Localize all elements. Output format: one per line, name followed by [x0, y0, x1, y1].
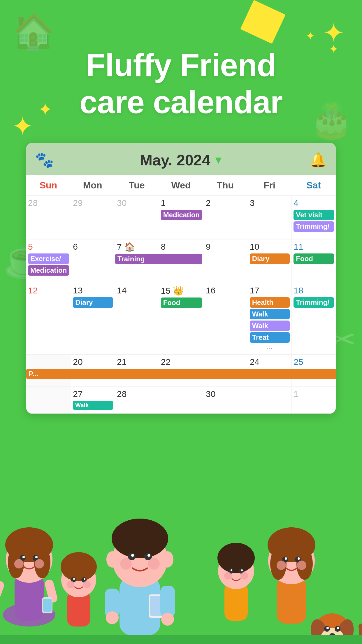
svg-point-34: [120, 558, 132, 570]
svg-point-22: [84, 578, 85, 580]
app-title: Fluffy Friend care calendar: [0, 47, 362, 120]
calendar-cell-may18[interactable]: 18 Trimming/: [292, 283, 336, 355]
calendar-cell-may6[interactable]: 6: [71, 239, 115, 283]
svg-point-23: [67, 581, 74, 588]
calendar-cell-jun1[interactable]: 1: [292, 387, 336, 414]
svg-point-48: [241, 569, 243, 571]
calendar-cell-apr29[interactable]: 29: [71, 196, 115, 239]
svg-point-58: [285, 557, 287, 560]
character-center-dad: [105, 519, 175, 635]
event-trimming-may18[interactable]: Trimming/: [294, 297, 334, 308]
event-vetvisit-may4[interactable]: Vet visit: [294, 210, 334, 220]
date-apr30: 30: [117, 198, 157, 208]
event-trimming-may4[interactable]: Trimming/: [294, 221, 334, 232]
date-may20: 20: [73, 357, 113, 367]
calendar-cell-may27[interactable]: 27 Walk: [71, 387, 115, 414]
calendar-cell-may2[interactable]: 2: [204, 196, 248, 239]
svg-point-33: [147, 554, 150, 557]
calendar-cell-may12[interactable]: 12: [26, 283, 71, 355]
date-may3: 3: [250, 198, 290, 208]
date-may28: 28: [117, 389, 157, 399]
calendar-cell-may9[interactable]: 9: [204, 239, 248, 283]
date-may27: 27: [73, 389, 113, 399]
month-dropdown-arrow[interactable]: ▼: [213, 154, 224, 166]
calendar-cell-may17[interactable]: 17 Health Walk Walk Treat ···: [248, 283, 292, 355]
event-diary-may10[interactable]: Diary: [250, 253, 290, 264]
svg-rect-12: [0, 580, 5, 605]
event-food-may11[interactable]: Food: [294, 253, 334, 264]
date-may6: 6: [73, 242, 113, 252]
event-food-may15[interactable]: Food: [161, 298, 202, 308]
sparkle-icon-3: ✦: [323, 18, 345, 48]
event-exercise-may5[interactable]: Exercise/: [28, 253, 69, 264]
calendar-cell-may5[interactable]: 5 Exercise/ Medication: [26, 239, 71, 283]
title-section: Fluffy Friend care calendar: [0, 47, 362, 120]
date-apr28: 28: [28, 198, 69, 208]
calendar-cell-may21[interactable]: 21 P...: [115, 355, 159, 387]
event-p-may21[interactable]: P...: [26, 369, 336, 379]
title-line1: Fluffy Friend: [86, 47, 276, 83]
event-medication-may1[interactable]: Medication: [161, 210, 202, 220]
calendar-cell-may14[interactable]: 14: [115, 283, 159, 355]
date-may14: 14: [117, 286, 157, 295]
svg-point-21: [73, 578, 75, 580]
svg-point-49: [224, 572, 232, 580]
calendar-header: 🐾 May. 2024 ▼ 🔔: [26, 143, 336, 175]
calendar-cell-may15[interactable]: 15 👑 Food: [159, 283, 204, 355]
date-may4: 4: [294, 198, 334, 208]
event-walk-may27[interactable]: Walk: [73, 401, 113, 410]
date-may22: 22: [161, 357, 202, 367]
calendar-cell-may3[interactable]: 3: [248, 196, 292, 239]
event-training-may7[interactable]: Training: [115, 254, 202, 264]
svg-point-27: [112, 519, 168, 558]
date-may24: 24: [250, 357, 290, 367]
date-may17: 17: [250, 286, 290, 295]
sticky-note-decoration: [240, 0, 285, 44]
svg-point-35: [148, 558, 160, 570]
title-line2: care calendar: [80, 84, 282, 120]
calendar-cell-may16[interactable]: 16: [204, 283, 248, 355]
calendar-cell-may30[interactable]: 30: [204, 387, 248, 414]
svg-point-29: [162, 551, 173, 568]
svg-point-59: [298, 557, 300, 560]
calendar-cell-may31[interactable]: [248, 387, 292, 414]
event-walk2-may17[interactable]: Walk: [250, 321, 290, 331]
date-may12: 12: [28, 286, 69, 295]
calendar-cell-may4[interactable]: 4 Vet visit Trimming/: [292, 196, 336, 239]
family-illustration: [0, 405, 362, 644]
calendar-cell-apr30[interactable]: 30: [115, 196, 159, 239]
event-diary-may13[interactable]: Diary: [73, 297, 113, 308]
date-may8: 8: [161, 242, 202, 252]
event-medication-may5[interactable]: Medication: [28, 265, 69, 276]
day-header-fri: Fri: [247, 175, 292, 195]
svg-rect-15: [43, 599, 52, 612]
date-may13: 13: [73, 286, 113, 295]
notification-bell-icon[interactable]: 🔔: [310, 152, 327, 168]
day-header-thu: Thu: [203, 175, 247, 195]
calendar-cell-may29[interactable]: [159, 387, 204, 414]
calendar-cell-may7[interactable]: 7 🏠 Training: [115, 239, 159, 283]
calendar-cell-may10[interactable]: 10 Diary: [248, 239, 292, 283]
more-events-may17[interactable]: ···: [250, 344, 290, 352]
calendar-cell-apr28[interactable]: 28: [26, 196, 71, 239]
calendar-container: 🐾 May. 2024 ▼ 🔔 Sun Mon Tue Wed Thu Fri …: [26, 143, 336, 414]
svg-point-60: [277, 561, 286, 570]
event-health-may17[interactable]: Health: [250, 297, 290, 308]
day-header-wed: Wed: [159, 175, 203, 195]
calendar-cell-may11[interactable]: 11 Food: [292, 239, 336, 283]
event-walk1-may17[interactable]: Walk: [250, 309, 290, 319]
calendar-cell-may13[interactable]: 13 Diary: [71, 283, 115, 355]
date-may18: 18: [294, 286, 334, 295]
svg-point-8: [22, 556, 25, 558]
event-treat-may17[interactable]: Treat: [250, 332, 290, 343]
svg-rect-75: [0, 635, 362, 644]
calendar-cell-may1[interactable]: 1 Medication: [159, 196, 204, 239]
calendar-cell-may28[interactable]: 28: [115, 387, 159, 414]
calendar-cell-may26[interactable]: [26, 387, 71, 414]
date-may16: 16: [206, 286, 246, 295]
date-may15: 15 👑: [161, 286, 202, 296]
date-may2: 2: [206, 198, 246, 208]
calendar-month-label[interactable]: May. 2024 ▼: [140, 151, 224, 169]
svg-point-61: [297, 561, 306, 570]
day-header-sun: Sun: [26, 175, 71, 195]
